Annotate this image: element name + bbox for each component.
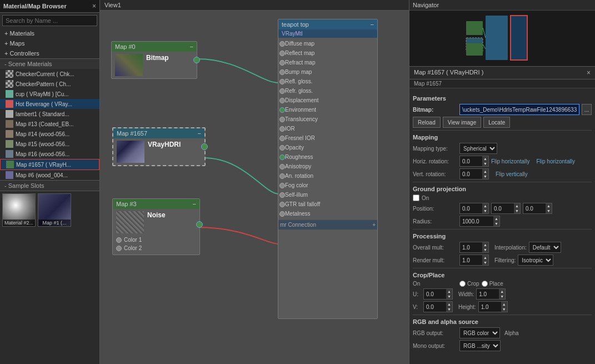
mat-name: Map #6 (wood_004... — [16, 172, 68, 178]
node-vray[interactable]: teapot top − VRayMtl Diffuse map Reflect… — [278, 19, 378, 319]
width-spin[interactable]: ▲▼ — [476, 288, 506, 300]
node-vray-minus: − — [371, 21, 374, 28]
flip-h-button[interactable]: Flip horizontally — [532, 156, 579, 167]
place-radio[interactable] — [482, 281, 488, 287]
node-bitmap-header: Map #0 − — [112, 42, 197, 52]
ground-on-row: On — [413, 195, 592, 201]
render-spin[interactable]: ▲▼ — [459, 255, 489, 266]
overall-spin[interactable]: ▲▼ — [459, 242, 489, 253]
horiz-value[interactable] — [460, 157, 482, 166]
mapping-type-select[interactable]: Spherical — [459, 143, 497, 154]
view-image-button[interactable]: View image — [443, 117, 482, 128]
width-val[interactable] — [477, 290, 499, 298]
crop-section-title: Crop/Place — [413, 272, 592, 278]
mat-name: Map #13 (Coated_EB... — [16, 121, 74, 127]
horiz-down[interactable]: ▼ — [482, 161, 488, 166]
height-spin[interactable]: ▲▼ — [478, 301, 508, 312]
list-item[interactable]: Map #16 (wood-056... — [0, 149, 99, 159]
noise-output-dot — [196, 221, 203, 228]
list-item[interactable]: Map #6 (wood_004... — [0, 170, 99, 180]
pos-z-val[interactable] — [523, 205, 546, 213]
list-item[interactable]: CheckerCurrent ( Chk... — [0, 69, 99, 79]
overall-val[interactable] — [460, 243, 482, 252]
node-bitmap[interactable]: Map #0 − Bitmap — [111, 41, 197, 79]
locate-button[interactable]: Locate — [483, 117, 510, 128]
height-val[interactable] — [479, 303, 501, 311]
vert-value[interactable] — [460, 170, 482, 178]
node-vray-slots: Diffuse map Reflect map Refract map Bump… — [278, 38, 377, 220]
pos-x-spin[interactable]: ▲▼ — [459, 203, 489, 214]
svg-rect-4 — [466, 21, 483, 35]
radius-val[interactable] — [460, 217, 493, 226]
crop-label: Crop — [467, 281, 479, 287]
svg-rect-6 — [466, 43, 483, 56]
ground-section-title: Ground projection — [413, 186, 592, 192]
sample-slot-map[interactable]: Map #1 (... — [38, 193, 71, 227]
node-noise-body: Noise Color 1 Color 2 — [113, 209, 199, 255]
panel-title: Material/Map Browser × — [0, 0, 99, 13]
list-item[interactable]: Map #14 (wood-056... — [0, 129, 99, 139]
crop-radio[interactable] — [459, 281, 466, 287]
slot-opacity: Opacity — [285, 144, 304, 151]
u-val[interactable] — [424, 290, 446, 298]
bitmap-dots-button[interactable]: ... — [582, 104, 592, 115]
sample-slot-material[interactable]: Material #2... — [2, 193, 36, 227]
swatch — [6, 150, 13, 158]
search-input[interactable] — [2, 15, 97, 26]
node-canvas[interactable]: Map #0 − Bitmap Map #1657 − VRayHDRI — [100, 11, 409, 362]
u-spin[interactable]: ▲▼ — [423, 288, 453, 300]
sample-row: Material #2... Map #1 (... — [2, 193, 97, 227]
map-title-bar: Map #1657 ( VRayHDRI ) × — [409, 67, 595, 79]
panel-close-button[interactable]: × — [92, 2, 96, 10]
radius-row: Radius: ▲▼ — [413, 216, 592, 227]
vert-down[interactable]: ▼ — [482, 174, 488, 179]
bitmap-label: Bitmap: — [413, 107, 457, 113]
vert-up[interactable]: ▲ — [482, 169, 488, 174]
mat-name: Map #15 (wood-056... — [16, 141, 69, 147]
pos-y-spin[interactable]: ▲▼ — [491, 203, 521, 214]
navigator-svg — [424, 13, 580, 63]
node-hdri[interactable]: Map #1657 − VRayHDRI — [112, 127, 206, 166]
pos-y-val[interactable] — [492, 205, 514, 213]
slot-dot-fresnel — [279, 136, 285, 141]
interp-select[interactable]: Default — [529, 242, 561, 253]
node-noise[interactable]: Map #3 − Noise Color 1 Color 2 — [112, 198, 200, 255]
list-item[interactable]: CheckerPattern ( Ch... — [0, 79, 99, 89]
horiz-spin[interactable]: ▲ ▼ — [459, 156, 489, 167]
list-item[interactable]: Map #13 (Coated_EB... — [0, 119, 99, 129]
list-item[interactable]: lambert1 ( Standard... — [0, 109, 99, 119]
v-spin[interactable]: ▲▼ — [423, 301, 453, 312]
list-item[interactable]: cup ( VRayMtl ) [Cu... — [0, 89, 99, 99]
v-val[interactable] — [424, 303, 446, 311]
materials-tree-item[interactable]: + Materials — [0, 28, 99, 38]
maps-tree-item[interactable]: + Maps — [0, 38, 99, 48]
bitmap-value-input[interactable] — [459, 104, 579, 115]
render-val[interactable] — [460, 256, 482, 265]
ground-on-check[interactable] — [413, 195, 419, 201]
pos-x-val[interactable] — [460, 205, 482, 213]
list-item[interactable]: Map #15 (wood-056... — [0, 139, 99, 149]
radius-spin[interactable]: ▲▼ — [459, 216, 500, 227]
slot-dot-fog — [279, 183, 285, 188]
reload-button[interactable]: Reload — [413, 117, 441, 128]
radius-label: Radius: — [413, 218, 457, 225]
node-bitmap-id: Map #0 — [115, 43, 136, 50]
mono-output-select[interactable]: RGB ...sity — [459, 340, 501, 351]
list-item-map1657[interactable]: Map #1657 ( VRayH... — [0, 159, 99, 170]
list-item[interactable]: Hot Beverage ( VRay... — [0, 99, 99, 109]
map-close-button[interactable]: × — [587, 69, 591, 77]
rgb-output-select[interactable]: RGB color — [459, 327, 500, 338]
filtering-select[interactable]: Isotropic — [518, 255, 553, 266]
horiz-up[interactable]: ▲ — [482, 156, 488, 161]
slot-anisotropy: Anisotropy — [285, 163, 311, 169]
vert-spin[interactable]: ▲ ▼ — [459, 168, 489, 179]
pos-z-spin[interactable]: ▲▼ — [523, 203, 552, 214]
map-title: Map #1657 ( VRayHDRI ) — [414, 69, 483, 77]
node-vray-header: teapot top − — [278, 19, 377, 29]
node-hdri-id: Map #1657 — [117, 130, 147, 137]
navigator-canvas — [409, 11, 595, 64]
mat-name: cup ( VRayMtl ) [Cu... — [16, 91, 69, 97]
slot-refl-gloss: Refl. gloss. — [285, 78, 312, 84]
flip-v-button[interactable]: Flip vertically — [491, 168, 532, 179]
controllers-tree-item[interactable]: + Controllers — [0, 48, 99, 58]
